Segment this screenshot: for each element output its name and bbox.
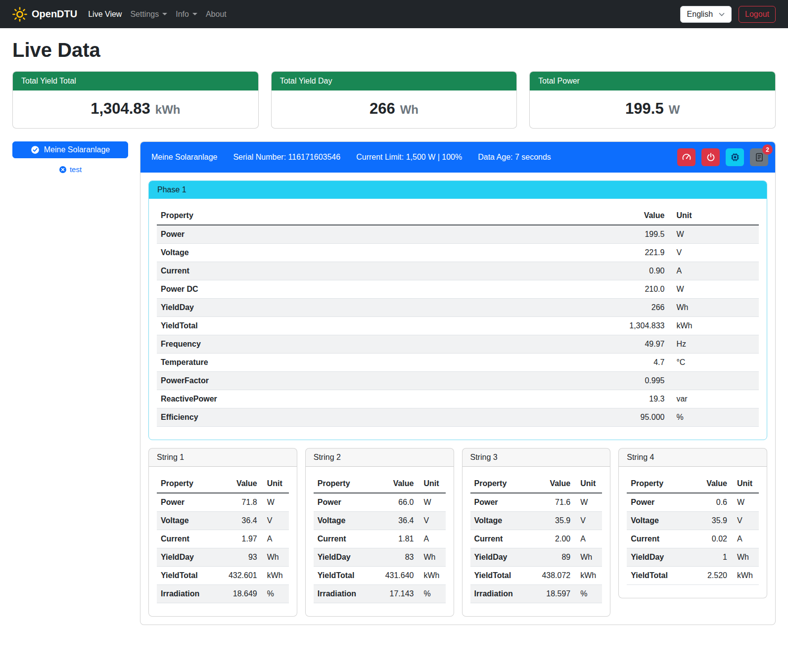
- row-property: YieldDay: [157, 299, 584, 317]
- string-table-body: Power 0.6 W Voltage 35.9 V: [627, 493, 759, 585]
- logout-button[interactable]: Logout: [739, 6, 776, 23]
- table-row: Power 66.0 W: [314, 493, 446, 512]
- column-header-unit: Unit: [668, 207, 759, 225]
- row-property: Frequency: [157, 335, 584, 354]
- row-property: Irradiation: [470, 585, 538, 603]
- phase-card: Phase 1 Property Value Unit: [148, 180, 767, 440]
- row-value: 431.640: [381, 567, 418, 585]
- phase-table: Property Value Unit Power: [157, 207, 759, 427]
- row-property: Voltage: [157, 512, 225, 530]
- power-toggle-button[interactable]: [701, 148, 720, 166]
- card-total-power: Total Power 199.5 W: [529, 71, 776, 129]
- nav-live-view[interactable]: Live View: [88, 10, 122, 19]
- column-header-value: Value: [584, 207, 668, 225]
- inverter-link-label: test: [70, 165, 82, 174]
- row-unit: A: [731, 530, 759, 548]
- string-card-3: String 3 Property Value Unit: [462, 448, 611, 617]
- row-value: 0.995: [584, 372, 668, 390]
- language-select[interactable]: English: [680, 6, 732, 23]
- row-value: 17.143: [381, 585, 418, 603]
- event-log-badge: 2: [762, 144, 773, 155]
- row-property: Irradiation: [157, 585, 225, 603]
- row-value: 18.597: [538, 585, 574, 603]
- row-property: YieldTotal: [157, 567, 225, 585]
- string-table-body: Power 71.6 W Voltage 35.9 V: [470, 493, 603, 603]
- table-header-row: Property Value Unit: [157, 207, 759, 225]
- limit-settings-button[interactable]: [677, 148, 695, 166]
- row-value: 35.9: [538, 512, 574, 530]
- inverter-select-button[interactable]: Meine Solaranlage: [12, 141, 128, 158]
- row-value: 438.072: [538, 567, 574, 585]
- row-unit: Wh: [574, 548, 602, 567]
- string-card-title: String 4: [619, 448, 767, 467]
- table-row: Current 1.97 A: [157, 530, 289, 548]
- nav-settings-label: Settings: [130, 10, 159, 19]
- device-info-button[interactable]: [726, 148, 744, 166]
- navbar-right: English Logout: [680, 6, 776, 23]
- summary-row: Total Yield Total 1,304.83 kWh Total Yie…: [12, 71, 776, 129]
- row-value: 93: [225, 548, 261, 567]
- row-property: YieldTotal: [157, 317, 584, 335]
- row-value: 95.000: [584, 408, 668, 427]
- event-log-button[interactable]: 2: [750, 148, 768, 166]
- column-header-unit: Unit: [731, 475, 759, 493]
- row-property: YieldTotal: [314, 567, 381, 585]
- table-row: Current 2.00 A: [470, 530, 603, 548]
- row-property: Power: [314, 493, 381, 512]
- row-property: Current: [157, 262, 584, 280]
- column-header-unit: Unit: [574, 475, 602, 493]
- row-unit: %: [574, 585, 602, 603]
- nav-info[interactable]: Info: [176, 10, 197, 19]
- summary-card-value: 266: [370, 100, 395, 118]
- row-unit: kWh: [417, 567, 445, 585]
- table-row: Frequency 49.97 Hz: [157, 335, 759, 354]
- table-row: Power DC 210.0 W: [157, 280, 759, 299]
- string-table: Property Value Unit Power: [470, 475, 603, 603]
- row-property: Irradiation: [314, 585, 381, 603]
- table-row: Power 199.5 W: [157, 225, 759, 244]
- table-row: YieldTotal 1,304.833 kWh: [157, 317, 759, 335]
- check-circle-icon: [31, 145, 40, 154]
- sun-icon: [12, 7, 27, 22]
- table-row: Voltage 221.9 V: [157, 244, 759, 262]
- inverter-card-header: Meine Solaranlage Serial Number: 1161716…: [140, 142, 775, 173]
- language-select-value: English: [687, 10, 713, 19]
- row-property: Power: [470, 493, 538, 512]
- row-property: Power: [627, 493, 695, 512]
- string-card-title: String 3: [463, 448, 610, 467]
- row-property: Current: [314, 530, 381, 548]
- brand-label: OpenDTU: [32, 8, 77, 20]
- row-value: 0.6: [695, 493, 731, 512]
- row-value: 89: [538, 548, 574, 567]
- table-row: YieldDay 266 Wh: [157, 299, 759, 317]
- inverter-selector-column: Meine Solaranlage test: [12, 141, 128, 174]
- table-row: Power 71.8 W: [157, 493, 289, 512]
- table-row: Current 0.02 A: [627, 530, 759, 548]
- row-unit: °C: [668, 354, 759, 372]
- row-value: 221.9: [584, 244, 668, 262]
- nav-settings[interactable]: Settings: [130, 10, 167, 19]
- row-value: 83: [381, 548, 418, 567]
- phase-table-body: Power 199.5 W Voltage 221.9 V: [157, 225, 759, 427]
- table-row: ReactivePower 19.3 var: [157, 390, 759, 408]
- brand[interactable]: OpenDTU: [12, 7, 77, 22]
- summary-card-unit: W: [669, 103, 680, 117]
- row-property: Voltage: [470, 512, 538, 530]
- row-unit: Wh: [417, 548, 445, 567]
- gauge-icon: [682, 152, 692, 162]
- row-property: Voltage: [627, 512, 695, 530]
- row-unit: kWh: [668, 317, 759, 335]
- row-value: 36.4: [381, 512, 418, 530]
- inverter-data-age: Data Age: 7 seconds: [478, 153, 551, 162]
- nav-links: Live View Settings Info About: [88, 10, 227, 19]
- row-unit: A: [261, 530, 289, 548]
- string-table-body: Power 71.8 W Voltage 36.4 V: [157, 493, 289, 603]
- row-property: Current: [470, 530, 538, 548]
- row-unit: %: [417, 585, 445, 603]
- inverter-link-test[interactable]: test: [12, 165, 128, 174]
- row-unit: %: [668, 408, 759, 427]
- summary-card-value: 1,304.83: [91, 100, 150, 118]
- nav-about[interactable]: About: [206, 10, 227, 19]
- row-value: 199.5: [584, 225, 668, 244]
- column-header-property: Property: [470, 475, 538, 493]
